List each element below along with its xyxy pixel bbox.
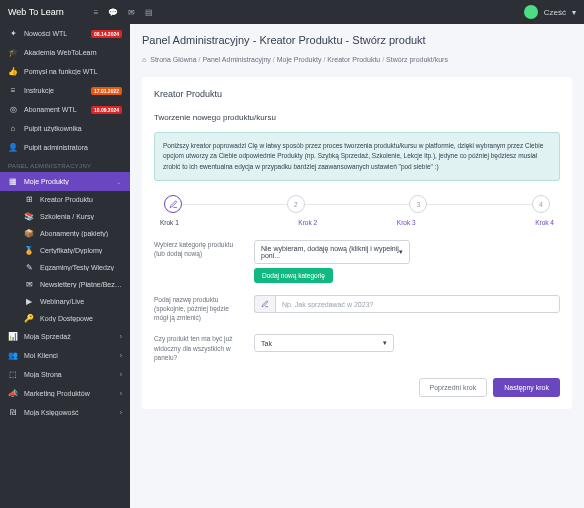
topbar: Web To Learn ≡ 💬 ✉ ▤ Cześć ▾ [0,0,584,24]
home-icon[interactable]: ⌂ [142,56,146,63]
sidebar-item[interactable]: 👥Moi Klienci› [0,346,130,365]
chevron-right-icon: › [120,352,122,359]
info-box: Poniższy kreator poprowadzi Cię w łatwy … [154,132,560,181]
sidebar-item[interactable]: ✎Egzaminy/Testy Wiedzy [0,259,130,276]
edit-icon [254,295,275,313]
sidebar-item[interactable]: 📊Moja Sprzedaż› [0,327,130,346]
breadcrumb-link: Stwórz produkt/kurs [386,56,448,63]
sidebar-item[interactable]: ⌂Pulpit użytkownika [0,119,130,138]
nav-icon: 👍 [8,67,18,76]
product-name-input[interactable] [275,295,560,313]
doc-icon[interactable]: ▤ [145,8,153,17]
nav-icon: 📦 [24,229,34,238]
category-label: Wybierz kategorię produktu (lub dodaj no… [154,240,244,283]
breadcrumb-link[interactable]: Kreator Produktu [327,56,380,63]
page-title: Panel Administracyjny - Kreator Produktu… [142,34,572,46]
category-select[interactable]: Nie wybieram, dodaję nową (kliknij i wyp… [254,240,410,264]
logo: Web To Learn [8,7,64,17]
add-category-button[interactable]: Dodaj nową kategorię [254,268,333,283]
name-label: Podaj nazwę produktu (spokojnie, później… [154,295,244,322]
badge: 08.14.2024 [91,30,122,38]
prev-step-button[interactable]: Poprzedni krok [419,378,488,397]
chevron-down-icon: ⌄ [116,178,122,186]
chat-icon[interactable]: 💬 [108,8,118,17]
chevron-down-icon: ▾ [383,339,387,347]
sidebar-item[interactable]: ◎Abonament WTL10.09.2024 [0,100,130,119]
nav-icon: ⬚ [8,370,18,379]
nav-icon: 🔑 [24,314,34,323]
sidebar-item[interactable]: 🏅Certyfikaty/Dyplomy [0,242,130,259]
visibility-select[interactable]: Tak ▾ [254,334,394,352]
sidebar-item[interactable]: ≡Instrukcje17.01.2022 [0,81,130,100]
nav-icon: 🎓 [8,48,18,57]
nav-icon: ▶ [24,297,34,306]
nav-icon: ₪ [8,408,18,417]
visibility-label: Czy produkt ten ma być już widoczny dla … [154,334,244,361]
breadcrumb-link[interactable]: Strona Główna [150,56,196,63]
nav-icon: 🏅 [24,246,34,255]
badge: 17.01.2022 [91,87,122,95]
section-title: Tworzenie nowego produktu/kursu [154,113,560,122]
chevron-down-icon[interactable]: ▾ [572,8,576,17]
sidebar-item[interactable]: 🔑Kody Dostępowe [0,310,130,327]
sidebar-item[interactable]: 👍Pomysł na funkcje WTL [0,62,130,81]
nav-icon: ✦ [8,29,18,38]
sidebar-item[interactable]: 📚Szkolenia / Kursy [0,208,130,225]
nav-icon: ✎ [24,263,34,272]
badge: 10.09.2024 [91,106,122,114]
nav-icon: 📣 [8,389,18,398]
step-4[interactable]: 4 [532,195,550,213]
greeting[interactable]: Cześć [544,8,566,17]
chevron-right-icon: › [120,371,122,378]
sidebar-item[interactable]: ₪Moja Księgowość› [0,403,130,422]
step-2[interactable]: 2 [287,195,305,213]
wizard-steps: 2 3 4 [154,195,560,213]
nav-icon: ✉ [24,280,34,289]
chevron-right-icon: › [120,409,122,416]
step-label-4: Krok 4 [456,219,555,226]
breadcrumb-link[interactable]: Panel Administracyjny [202,56,270,63]
sidebar-item[interactable]: ▶Webinary/Live [0,293,130,310]
wizard-card: Kreator Produktu Tworzenie nowego produk… [142,77,572,409]
sidebar-item[interactable]: ✉Newslettery (Płatne/Bezpłatne) [0,276,130,293]
nav-icon: 👥 [8,351,18,360]
chevron-down-icon: ▾ [399,248,403,256]
nav-icon: ⌂ [8,124,18,133]
sidebar: ✦Nowości WTL08.14.2024🎓Akademia WebToLea… [0,24,130,508]
avatar[interactable] [524,5,538,19]
step-label-1: Krok 1 [160,219,259,226]
nav-icon: 📊 [8,332,18,341]
nav-icon: 📚 [24,212,34,221]
step-1[interactable] [164,195,182,213]
chevron-right-icon: › [120,390,122,397]
main-content: Panel Administracyjny - Kreator Produktu… [130,24,584,508]
step-label-3: Krok 3 [357,219,456,226]
nav-icon: ⊞ [24,195,34,204]
step-3[interactable]: 3 [409,195,427,213]
nav-section-header: PANEL ADMINISTRACYJNY [0,157,130,172]
step-label-2: Krok 2 [259,219,358,226]
nav-icon: ◎ [8,105,18,114]
sidebar-item-moje-produkty[interactable]: ▦ Moje Produkty ⌄ [0,172,130,191]
mail-icon[interactable]: ✉ [128,8,135,17]
sidebar-item[interactable]: 📣Marketing Produktów› [0,384,130,403]
menu-icon[interactable]: ≡ [94,8,99,17]
breadcrumb-link[interactable]: Moje Produkty [277,56,322,63]
grid-icon: ▦ [8,177,18,186]
nav-icon: ≡ [8,86,18,95]
nav-icon: 👤 [8,143,18,152]
sidebar-item[interactable]: 👤Pulpit administratora [0,138,130,157]
chevron-right-icon: › [120,333,122,340]
sidebar-item[interactable]: 📦Abonamenty (pakiety) [0,225,130,242]
sidebar-item[interactable]: ⬚Moja Strona› [0,365,130,384]
sidebar-item[interactable]: ⊞Kreator Produktu [0,191,130,208]
card-title: Kreator Produktu [154,89,560,99]
breadcrumb: ⌂ Strona Główna / Panel Administracyjny … [142,56,572,63]
sidebar-item[interactable]: ✦Nowości WTL08.14.2024 [0,24,130,43]
next-step-button[interactable]: Następny krok [493,378,560,397]
sidebar-item[interactable]: 🎓Akademia WebToLearn [0,43,130,62]
